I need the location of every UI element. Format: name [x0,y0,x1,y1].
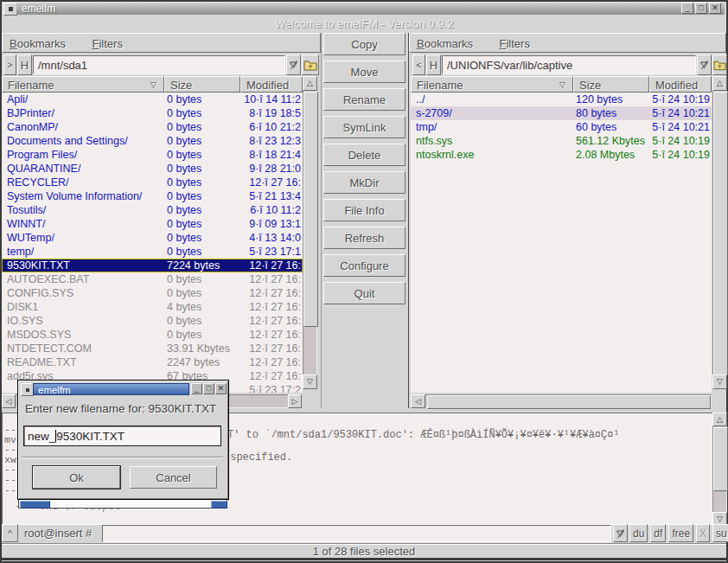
right-file-list[interactable]: ../ 120 bytes 5·î 24 10:19 s-2709/ 80 by… [411,93,712,393]
right-parent-dir-button[interactable] [712,54,727,75]
rename-input[interactable]: new_9530KIT.TXT [23,425,221,446]
file-row[interactable]: 9530KIT.TXT 7224 bytes 12·î 27 16: [2,259,303,272]
file-name: 9530KIT.TXT [7,259,70,272]
hscroll-thumb-right[interactable] [211,501,227,509]
cancel-button[interactable]: Cancel [130,466,217,489]
file-row[interactable]: WINNT/ 0 bytes 9·î 09 13:1 [2,217,303,231]
command-input[interactable] [102,525,611,542]
column-header-modified[interactable]: Modified [240,76,303,93]
titlebar[interactable]: emelfm [16,2,725,15]
left-scroll-left-button[interactable]: ◁ [2,394,16,408]
dialog-menu-button[interactable] [21,383,34,396]
dialog-titlebar[interactable]: emelfm [33,383,189,395]
file-row[interactable]: README.TXT 2247 bytes 12·î 27 16: [2,355,303,369]
file-row[interactable]: RECYCLER/ 0 bytes 12·î 27 16: [2,176,303,189]
right-path-dropdown-button[interactable] [697,54,712,75]
action-button[interactable]: Delete [323,144,406,166]
column-header-modified[interactable]: Modified [649,76,712,93]
action-button[interactable]: Quit [323,282,406,304]
right-path-entry[interactable]: /UNIONFS/var/lib/captive [442,55,696,74]
right-vscroll-thumb[interactable] [713,92,728,375]
file-row[interactable]: s-2709/ 80 bytes 5·î 24 10:21 [411,106,712,120]
hscroll-thumb-left[interactable] [20,501,50,509]
file-row[interactable]: ../ 120 bytes 5·î 24 10:19 [411,93,712,106]
action-button-label: File Info [344,204,384,217]
file-row[interactable]: Documents and Settings/ 0 bytes 8·î 23 1… [2,134,303,148]
command-shortcut-button[interactable]: X [696,524,710,542]
left-menu-filters[interactable]: Filters [92,35,122,53]
left-menu-bookmarks[interactable]: Bookmarks [10,35,66,53]
file-row[interactable]: ntfs.sys 561.12 Kbytes 5·î 24 10:19 [411,134,712,148]
column-header-size[interactable]: Size [573,76,649,93]
right-scroll-down-button[interactable]: ▽ [712,374,727,389]
file-row[interactable]: Apli/ 0 bytes 10·î 14 11:2 [2,93,303,106]
right-home-button[interactable]: H [426,54,441,75]
file-row[interactable]: tmp/ 60 bytes 5·î 24 10:21 [411,120,712,134]
file-row[interactable]: CanonMP/ 0 bytes 6·î 10 21:2 [2,120,303,134]
file-row[interactable]: Program Files/ 0 bytes 8·î 18 21:4 [2,148,303,162]
output-scroll-up-button[interactable]: △ [712,413,727,426]
file-row[interactable]: CONFIG.SYS 0 bytes 12·î 27 16: [2,286,303,300]
dialog-bottom-scrollbar[interactable] [18,499,227,509]
left-file-list[interactable]: Apli/ 0 bytes 10·î 14 11:2 BJPrinter/ 0 … [2,93,303,393]
column-header-filename[interactable]: Filename ▽ [411,76,573,93]
file-row[interactable]: System Volume Information/ 0 bytes 5·î 2… [2,189,303,203]
left-vscroll-thumb[interactable] [303,92,318,327]
left-home-button[interactable]: H [17,54,32,75]
file-row[interactable]: DISK1 4 bytes 12·î 27 16: [2,300,303,314]
action-button[interactable]: Move [323,61,406,83]
ok-button[interactable]: Ok [33,466,120,489]
file-size: 0 bytes [167,231,201,245]
action-button[interactable]: File Info [323,199,406,221]
dialog-close-button[interactable]: ✕ [215,383,227,394]
right-menu-bookmarks[interactable]: Bookmarks [417,35,473,53]
file-row[interactable]: temp/ 0 bytes 5·î 23 17:1 [2,245,303,259]
file-row[interactable]: QUARANTINE/ 0 bytes 9·î 28 21:0 [2,162,303,176]
left-scroll-down-button[interactable]: ▽ [303,374,317,389]
left-parent-dir-button[interactable] [302,54,319,75]
action-button[interactable]: Rename [323,88,406,111]
column-header-size[interactable]: Size [164,76,240,93]
dialog-maximize-button[interactable]: □ [203,383,214,394]
command-shortcut-button[interactable]: du [629,524,648,542]
file-size: 4 bytes [167,300,201,314]
file-row[interactable]: MSDOS.SYS 0 bytes 12·î 27 16: [2,328,303,342]
action-button[interactable]: Refresh [323,227,406,249]
left-scroll-right-button[interactable]: ▷ [288,394,302,408]
left-scroll-up-button[interactable]: △ [303,76,317,91]
column-header-filename[interactable]: Filename ▽ [2,76,164,93]
command-shortcut-button[interactable]: df [650,524,666,542]
left-pane-arrow-button[interactable]: > [3,54,16,75]
file-modified: 9·î 09 13:1 [242,217,301,231]
file-row[interactable]: ntoskrnl.exe 2.08 Mbytes 5·î 24 10:19 [411,148,712,162]
left-path-dropdown-button[interactable] [286,54,301,75]
right-scroll-up-button[interactable]: △ [712,76,727,91]
window-menu-button[interactable] [3,3,17,16]
action-button[interactable]: Copy [323,33,406,55]
file-name: ntoskrnl.exe [416,148,474,162]
right-hscroll-thumb[interactable] [427,395,711,409]
command-shortcut-button[interactable]: su [712,524,728,542]
command-history-dropdown-button[interactable] [613,524,628,542]
minimize-button[interactable]: _ [681,3,693,14]
file-row[interactable]: IO.SYS 0 bytes 12·î 27 16: [2,314,303,328]
right-menu-filters[interactable]: Filters [499,35,529,53]
action-button[interactable]: Configure [323,254,406,277]
file-row[interactable]: Tosutils/ 0 bytes 6·î 10 11:2 [2,203,303,217]
right-pane-arrow-button[interactable]: < [412,54,425,75]
folder-up-icon [713,60,726,71]
dialog-minimize-button[interactable]: _ [191,383,202,394]
close-button[interactable]: ✕ [709,3,721,14]
command-shortcut-button[interactable]: free [668,524,693,542]
output-expand-button[interactable]: ^ [2,524,18,542]
output-vscroll-thumb[interactable] [713,427,728,491]
maximize-button[interactable]: □ [695,3,707,14]
action-button[interactable]: SymLink [323,116,406,138]
file-row[interactable]: NTDETECT.COM 33.91 Kbytes 12·î 27 16: [2,342,303,355]
left-path-entry[interactable]: /mnt/sda1 [33,55,285,74]
action-button[interactable]: MkDir [323,171,406,194]
right-scroll-left-button[interactable]: ◁ [411,394,425,408]
file-row[interactable]: BJPrinter/ 0 bytes 8·î 19 18:5 [2,106,303,120]
file-row[interactable]: WUTemp/ 0 bytes 4·î 13 14:0 [2,231,303,245]
file-row[interactable]: AUTOEXEC.BAT 0 bytes 12·î 27 16: [2,272,303,286]
